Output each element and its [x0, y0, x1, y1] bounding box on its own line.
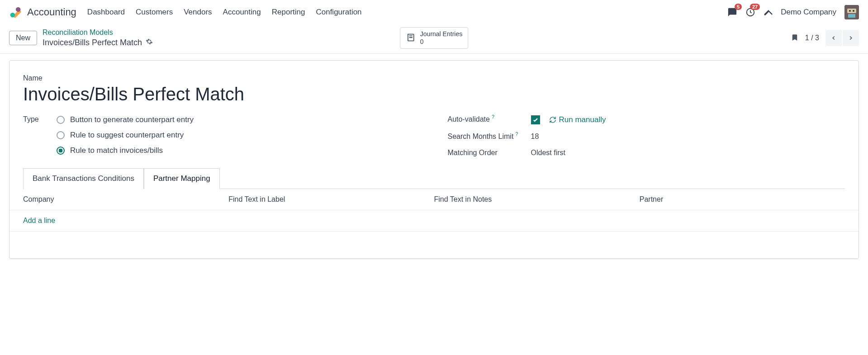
breadcrumb-current-text: Invoices/Bills Perfect Match [43, 38, 142, 48]
control-bar: New Reconciliation Models Invoices/Bills… [0, 24, 868, 54]
breadcrumb-current: Invoices/Bills Perfect Match [43, 38, 153, 48]
type-label: Type [23, 115, 46, 123]
grid-header: Company Find Text in Label Find Text in … [9, 189, 859, 210]
svg-point-7 [853, 10, 854, 12]
svg-point-1 [10, 13, 15, 18]
grid-empty-row [9, 232, 859, 259]
search-months-label: Search Months Limit ? [448, 133, 520, 141]
smart-button-count: 0 [420, 38, 462, 46]
smart-button-title: Journal Entries [420, 30, 462, 38]
menu-configuration[interactable]: Configuration [316, 8, 361, 17]
tools-icon[interactable] [764, 8, 773, 17]
partner-mapping-grid: Company Find Text in Label Find Text in … [9, 189, 859, 259]
matching-order-value[interactable]: Oldest first [531, 149, 565, 157]
menu-vendors[interactable]: Vendors [184, 8, 212, 17]
user-avatar[interactable] [844, 5, 859, 19]
bookmark-icon[interactable] [791, 33, 799, 43]
tab-bank-conditions[interactable]: Bank Transactions Conditions [23, 168, 144, 189]
type-option-label: Button to generate counterpart entry [70, 115, 194, 124]
type-option-button[interactable]: Button to generate counterpart entry [57, 115, 194, 124]
menu-reporting[interactable]: Reporting [272, 8, 305, 17]
search-months-value[interactable]: 18 [531, 133, 539, 141]
type-radio-group: Button to generate counterpart entry Rul… [57, 115, 194, 155]
grid-add-row: Add a line [9, 210, 859, 232]
svg-point-6 [849, 10, 851, 12]
main-menu: Dashboard Customers Vendors Accounting R… [87, 8, 727, 17]
activities-icon[interactable]: 27 [745, 7, 755, 17]
type-option-suggest[interactable]: Rule to suggest counterpart entry [57, 131, 194, 140]
name-field-label: Name [23, 74, 845, 82]
app-title[interactable]: Accounting [27, 6, 76, 18]
svg-point-2 [16, 7, 21, 12]
add-line-link[interactable]: Add a line [23, 217, 228, 225]
breadcrumb: Reconciliation Models Invoices/Bills Per… [43, 28, 153, 48]
auto-validate-checkbox[interactable] [531, 115, 540, 124]
radio-icon [57, 116, 65, 124]
col-partner[interactable]: Partner [640, 195, 845, 204]
notebook-tabs: Bank Transactions Conditions Partner Map… [23, 168, 845, 189]
col-find-notes[interactable]: Find Text in Notes [434, 195, 640, 204]
menu-dashboard[interactable]: Dashboard [87, 8, 125, 17]
refresh-icon [549, 116, 556, 123]
matching-order-label: Matching Order [448, 149, 520, 157]
pager-text[interactable]: 1 / 3 [805, 34, 819, 42]
col-company[interactable]: Company [23, 195, 228, 204]
help-icon[interactable]: ? [515, 131, 518, 137]
breadcrumb-parent-link[interactable]: Reconciliation Models [43, 28, 153, 38]
messages-icon[interactable]: 5 [727, 7, 737, 17]
col-find-label[interactable]: Find Text in Label [228, 195, 434, 204]
journal-entries-smart-button[interactable]: Journal Entries 0 [400, 27, 468, 49]
form-sheet: Name Invoices/Bills Perfect Match Type B… [9, 60, 859, 259]
messages-badge: 5 [735, 4, 742, 10]
menu-accounting[interactable]: Accounting [223, 8, 261, 17]
app-logo-icon[interactable] [9, 6, 22, 19]
type-option-match[interactable]: Rule to match invoices/bills [57, 146, 194, 155]
pager-next-button[interactable] [843, 30, 859, 46]
nav-right: 5 27 Demo Company [727, 5, 859, 19]
name-field-value[interactable]: Invoices/Bills Perfect Match [23, 84, 845, 104]
radio-icon [57, 147, 65, 155]
gear-icon[interactable] [146, 38, 153, 48]
svg-rect-5 [847, 9, 856, 13]
radio-icon [57, 131, 65, 139]
auto-validate-label: Auto-validate ? [448, 115, 520, 123]
new-button[interactable]: New [9, 31, 37, 45]
run-manually-link[interactable]: Run manually [549, 115, 606, 124]
pager-prev-button[interactable] [825, 30, 842, 46]
book-icon [406, 33, 416, 44]
svg-rect-8 [848, 14, 855, 18]
tab-partner-mapping[interactable]: Partner Mapping [144, 168, 220, 189]
type-option-label: Rule to match invoices/bills [70, 146, 163, 155]
type-option-label: Rule to suggest counterpart entry [70, 131, 184, 140]
top-nav: Accounting Dashboard Customers Vendors A… [0, 0, 868, 24]
help-icon[interactable]: ? [492, 114, 494, 119]
company-selector[interactable]: Demo Company [781, 8, 836, 17]
menu-customers[interactable]: Customers [136, 8, 173, 17]
activities-badge: 27 [750, 4, 760, 10]
